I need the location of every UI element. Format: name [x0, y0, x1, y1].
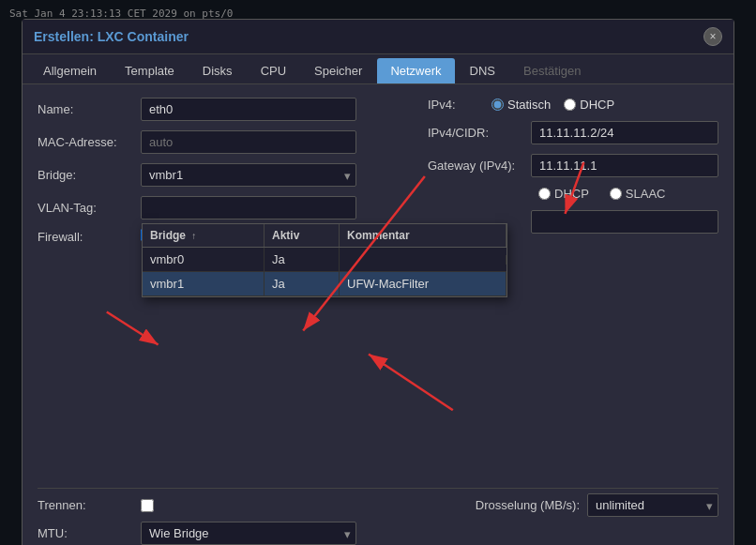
bridge-cell-kommentar-0: [340, 255, 507, 265]
mtu-label: MTU:: [38, 526, 141, 540]
tab-dns[interactable]: DNS: [457, 58, 508, 83]
tab-speicher[interactable]: Speicher: [301, 58, 375, 83]
dialog-header: Erstellen: LXC Container ×: [23, 20, 733, 54]
bridge-cell-name-1: vmbr1: [143, 272, 265, 295]
ipv4cidr-row: IPv4/CIDR:: [428, 121, 718, 144]
bridge-select[interactable]: vmbr1 vmbr0: [141, 163, 356, 187]
form-content: Name: MAC-Adresse: Bridge: vmbr1 vmbr0: [23, 84, 733, 545]
ipv4-dhcp-radio[interactable]: [564, 98, 576, 111]
ipv4cidr-label: IPv4/CIDR:: [428, 126, 531, 140]
bridge-control: vmbr1 vmbr0 ▾: [141, 163, 356, 187]
ipv6-dhcp-option[interactable]: DHCP: [538, 187, 589, 201]
trennen-checkbox-wrapper: [141, 499, 154, 512]
trennen-label: Trennen:: [38, 498, 141, 512]
vlan-input[interactable]: [141, 196, 356, 220]
drosselung-label: Drosselung (MB/s):: [476, 498, 580, 512]
trennen-row: Trennen: Drosselung (MB/s): unlimited ▾: [38, 498, 718, 512]
svg-line-2: [107, 312, 159, 345]
tab-netzwerk[interactable]: Netzwerk: [377, 58, 454, 83]
tab-cpu[interactable]: CPU: [248, 58, 299, 83]
bridge-cell-aktiv-0: Ja: [265, 248, 340, 271]
tab-disks[interactable]: Disks: [189, 58, 246, 83]
ipv4-static-option[interactable]: Statisch: [491, 98, 551, 112]
bridge-label: Bridge:: [38, 168, 141, 182]
tab-bar: Allgemein Template Disks CPU Speicher Ne…: [23, 54, 733, 84]
close-button[interactable]: ×: [703, 27, 722, 46]
ipv6-dhcp-radio[interactable]: [538, 188, 551, 200]
bridge-dropdown-popup: Bridge ↑ Aktiv Kommentar vmbr0 Ja: [142, 223, 507, 297]
vlan-control: [141, 196, 356, 220]
tab-bestatigen: Bestätigen: [510, 58, 594, 83]
ipv4-static-radio[interactable]: [491, 98, 504, 111]
mac-label: MAC-Adresse:: [38, 135, 141, 149]
drosselung-section: Drosselung (MB/s): unlimited ▾: [476, 493, 718, 517]
gateway-label: Gateway (IPv4):: [428, 159, 531, 173]
bridge-col-kommentar[interactable]: Kommentar: [340, 224, 507, 247]
ipv4cidr-input[interactable]: [531, 121, 718, 144]
mtu-select-wrapper: Wie Bridge ▾: [141, 522, 356, 545]
bridge-cell-kommentar-1: UFW-MacFilter: [340, 272, 507, 295]
bridge-col-bridge[interactable]: Bridge ↑: [143, 224, 265, 247]
ipv4-dhcp-option[interactable]: DHCP: [564, 98, 614, 112]
trennen-checkbox[interactable]: [141, 499, 154, 512]
ipv4-row: IPv4: Statisch DHCP: [428, 98, 718, 112]
ipv6-dhcp-label: DHCP: [554, 187, 589, 201]
ipv6-slaac-radio[interactable]: [610, 188, 622, 200]
bridge-sort-arrow: ↑: [191, 231, 196, 241]
name-control: [141, 98, 356, 121]
dialog-container: Erstellen: LXC Container × Allgemein Tem…: [22, 19, 734, 545]
mac-control: [141, 130, 356, 154]
ipv4-dhcp-label: DHCP: [580, 98, 614, 112]
form-divider: [38, 488, 718, 489]
svg-line-3: [369, 354, 453, 410]
vlan-label: VLAN-Tag:: [38, 201, 141, 215]
bridge-cell-name-0: vmbr0: [143, 248, 265, 271]
tab-allgemein[interactable]: Allgemein: [30, 58, 110, 83]
ipv4-static-label: Statisch: [507, 98, 551, 112]
bridge-cell-aktiv-1: Ja: [265, 272, 340, 295]
ipv4-radio-group: Statisch DHCP: [491, 98, 614, 112]
bridge-row-vmbr1[interactable]: vmbr1 Ja UFW-MacFilter: [143, 272, 507, 296]
ipv6-addr-input[interactable]: [531, 210, 718, 234]
bridge-dropdown-header: Bridge ↑ Aktiv Kommentar: [143, 224, 507, 248]
gateway-input[interactable]: [531, 154, 718, 177]
name-label: Name:: [38, 102, 141, 116]
drosselung-select-wrapper: unlimited ▾: [587, 493, 718, 517]
bridge-row-vmbr0[interactable]: vmbr0 Ja: [143, 248, 507, 272]
tab-template[interactable]: Template: [112, 58, 188, 83]
dialog-title: Erstellen: LXC Container: [34, 29, 189, 44]
firewall-label: Firewall:: [38, 230, 141, 244]
ipv6-slaac-option[interactable]: SLAAC: [610, 187, 666, 201]
mtu-select[interactable]: Wie Bridge: [141, 522, 356, 545]
bridge-col-aktiv[interactable]: Aktiv: [265, 224, 340, 247]
ipv6-slaac-label: SLAAC: [626, 187, 666, 201]
mtu-row: MTU: Wie Bridge ▾: [38, 522, 718, 545]
name-input[interactable]: [141, 98, 356, 121]
mac-input[interactable]: [141, 130, 356, 154]
gateway-row: Gateway (IPv4):: [428, 154, 718, 177]
ipv4-label: IPv4:: [428, 98, 484, 112]
drosselung-select[interactable]: unlimited: [587, 493, 718, 517]
right-section: IPv4: Statisch DHCP IPv4/CIDR:: [428, 98, 718, 243]
ipv6-row: DHCP SLAAC: [428, 187, 718, 201]
